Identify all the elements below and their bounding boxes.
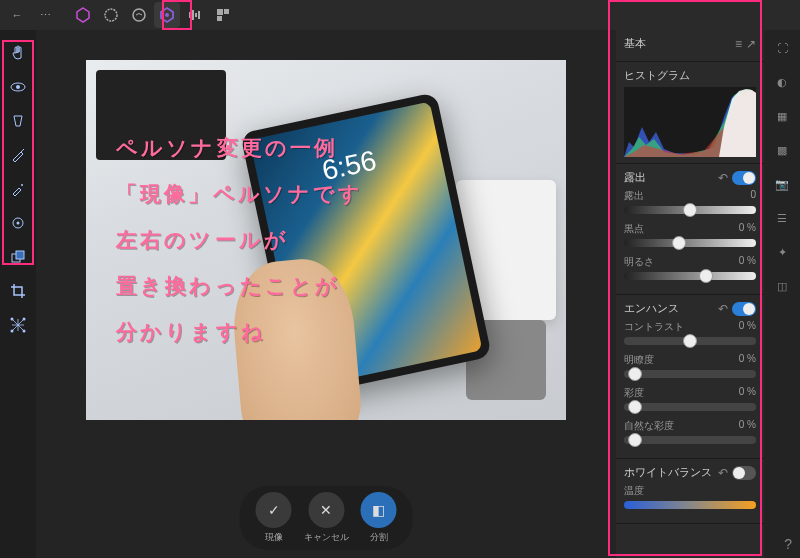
persona-liquify-icon[interactable] <box>126 2 152 28</box>
panel-enhance: エンハンス ↶ コントラスト0 % 明瞭度0 % 彩度0 % 自然な彩度0 % <box>616 295 764 459</box>
slider-value: 0 <box>750 189 756 203</box>
slider-value: 0 % <box>739 353 756 367</box>
exposure-toggle[interactable] <box>732 171 756 185</box>
undo-icon[interactable]: ↶ <box>718 302 728 316</box>
camera-icon[interactable]: 📷 <box>772 174 792 194</box>
more-button[interactable]: ⋯ <box>32 2 58 28</box>
photo-preview: 6:56 ペルソナ変更の一例 「現像」ペルソナです 左右のツールが 置き換わった… <box>86 60 566 420</box>
svg-point-0 <box>105 9 117 21</box>
slider-label: 黒点 <box>624 222 644 236</box>
swatch-icon[interactable]: ▦ <box>772 106 792 126</box>
persona-tonemap-icon[interactable] <box>182 2 208 28</box>
slider-saturation[interactable]: 彩度0 % <box>624 386 756 411</box>
slider-label: 彩度 <box>624 386 644 400</box>
wb-title: ホワイトバランス <box>624 465 712 480</box>
svg-rect-9 <box>217 16 222 21</box>
svg-rect-3 <box>189 12 191 18</box>
persona-gear-icon[interactable] <box>98 2 124 28</box>
slider-label: 明るさ <box>624 255 654 269</box>
cancel-label: キャンセル <box>304 531 349 544</box>
slider-value: 0 % <box>739 222 756 236</box>
slider-brightness[interactable]: 明るさ0 % <box>624 255 756 280</box>
svg-point-14 <box>17 222 20 225</box>
cancel-button[interactable]: ✕ キャンセル <box>304 492 349 544</box>
mesh-tool-icon[interactable] <box>7 314 29 336</box>
persona-export-icon[interactable] <box>210 2 236 28</box>
slider-contrast[interactable]: コントラスト0 % <box>624 320 756 345</box>
sliders-icon[interactable]: ≡ <box>735 37 742 51</box>
slider-exposure[interactable]: 露出0 <box>624 189 756 214</box>
panel-basic: 基本 ≡ ↗ <box>616 30 764 62</box>
panel-whitebalance: ホワイトバランス ↶ 温度 <box>616 459 764 524</box>
panel-exposure: 露出 ↶ 露出0 黒点0 % 明るさ0 % <box>616 164 764 295</box>
enhance-toggle[interactable] <box>732 302 756 316</box>
slider-blackpoint[interactable]: 黒点0 % <box>624 222 756 247</box>
slider-value: 0 % <box>739 419 756 433</box>
svg-rect-4 <box>192 10 194 20</box>
persona-photo-icon[interactable] <box>70 2 96 28</box>
overlay-tool-icon[interactable] <box>7 246 29 268</box>
slider-label: 明瞭度 <box>624 353 654 367</box>
svg-point-20 <box>23 330 26 333</box>
persona-develop-icon[interactable] <box>154 2 180 28</box>
view-tool-icon[interactable] <box>7 76 29 98</box>
layers-icon[interactable]: ☰ <box>772 208 792 228</box>
canvas-area[interactable]: 6:56 ペルソナ変更の一例 「現像」ペルソナです 左右のツールが 置き換わった… <box>36 30 616 558</box>
split-label: 分割 <box>370 531 388 544</box>
redeye-tool-icon[interactable] <box>7 110 29 132</box>
histogram-graph[interactable] <box>624 87 756 157</box>
histogram-title: ヒストグラム <box>624 68 690 83</box>
svg-point-19 <box>11 330 14 333</box>
undo-icon[interactable]: ↶ <box>718 466 728 480</box>
check-icon: ✓ <box>256 492 292 528</box>
expand-panel-icon[interactable]: ⛶ <box>772 38 792 58</box>
develop-action-bar: ✓ 現像 ✕ キャンセル ◧ 分割 <box>240 486 413 550</box>
svg-point-17 <box>11 318 14 321</box>
svg-point-12 <box>21 184 23 186</box>
slider-vibrance[interactable]: 自然な彩度0 % <box>624 419 756 444</box>
svg-rect-5 <box>195 13 197 17</box>
slider-value: 0 % <box>739 320 756 334</box>
expand-icon[interactable]: ↗ <box>746 37 756 51</box>
slider-value: 0 % <box>739 386 756 400</box>
svg-rect-8 <box>224 9 229 14</box>
brush-tool-icon[interactable] <box>7 144 29 166</box>
right-panel: 基本 ≡ ↗ ヒストグラム 露出 <box>616 30 764 558</box>
back-button[interactable]: ← <box>4 2 30 28</box>
split-button[interactable]: ◧ 分割 <box>361 492 397 544</box>
svg-rect-6 <box>198 11 200 19</box>
slider-label: 自然な彩度 <box>624 419 674 433</box>
panel-basic-title: 基本 <box>624 36 646 51</box>
slider-value: 0 % <box>739 255 756 269</box>
crop-tool-icon[interactable] <box>7 280 29 302</box>
overlay-icon[interactable]: ◫ <box>772 276 792 296</box>
left-toolbar <box>0 30 36 558</box>
exposure-title: 露出 <box>624 170 646 185</box>
photo-monitor <box>96 70 226 160</box>
develop-button[interactable]: ✓ 現像 <box>256 492 292 544</box>
nav-icon[interactable]: ✦ <box>772 242 792 262</box>
loupe-icon[interactable]: ◐ <box>772 72 792 92</box>
svg-point-2 <box>165 13 169 17</box>
slider-temperature[interactable]: 温度 <box>624 484 756 509</box>
undo-icon[interactable]: ↶ <box>718 171 728 185</box>
slider-label: 温度 <box>624 484 644 498</box>
svg-point-18 <box>23 318 26 321</box>
panel-histogram: ヒストグラム <box>616 62 764 164</box>
slider-label: コントラスト <box>624 320 684 334</box>
grid-icon[interactable]: ▩ <box>772 140 792 160</box>
hand-tool-icon[interactable] <box>7 42 29 64</box>
slider-clarity[interactable]: 明瞭度0 % <box>624 353 756 378</box>
split-icon: ◧ <box>361 492 397 528</box>
main-row: 6:56 ペルソナ変更の一例 「現像」ペルソナです 左右のツールが 置き換わった… <box>0 30 800 558</box>
develop-label: 現像 <box>265 531 283 544</box>
svg-point-11 <box>16 85 20 89</box>
blemish-tool-icon[interactable] <box>7 212 29 234</box>
close-icon: ✕ <box>308 492 344 528</box>
help-button[interactable]: ? <box>784 536 792 552</box>
right-icon-strip: ⛶ ◐ ▦ ▩ 📷 ☰ ✦ ◫ <box>764 30 800 558</box>
clone-tool-icon[interactable] <box>7 178 29 200</box>
wb-toggle[interactable] <box>732 466 756 480</box>
svg-rect-7 <box>217 9 223 15</box>
svg-point-1 <box>133 9 145 21</box>
